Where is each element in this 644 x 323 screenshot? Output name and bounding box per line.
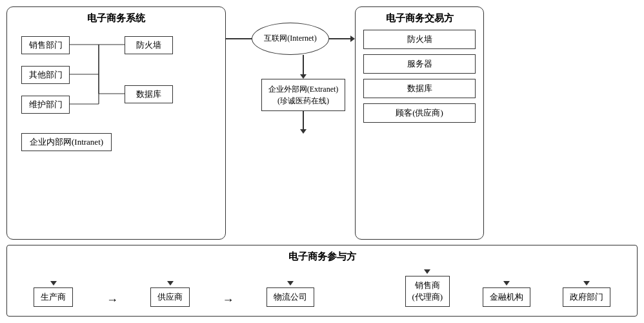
dept-maintain-box: 维护部门 <box>21 96 70 114</box>
arrow-h-1: → <box>223 287 234 307</box>
right-item-2: 数据库 <box>363 79 476 98</box>
top-zone: 电子商务系统 <box>6 6 638 240</box>
arrow-jinrong <box>503 281 510 286</box>
bottom-item-2: 物流公司 <box>267 287 314 307</box>
right-h-line <box>329 38 350 39</box>
firewall-label: 防火墙 <box>125 36 173 54</box>
bottom-item-jinrong-col: 金融机构 <box>483 281 530 307</box>
extranet-box: 企业外部网(Extranet) (珍诚医药在线) <box>261 79 346 111</box>
left-box: 电子商务系统 <box>6 6 226 240</box>
down-arrow <box>300 74 307 79</box>
database-box: 数据库 <box>125 85 173 103</box>
v-connector-2 <box>300 111 307 134</box>
bottom-item-zhengfu-col: 政府部门 <box>563 281 610 307</box>
extranet-container: 企业外部网(Extranet) (珍诚医药在线) <box>261 79 346 111</box>
bottom-item-gongyingshang-col: 供应商 <box>150 281 190 307</box>
arrow-right-1: → <box>223 293 234 307</box>
bottom-items: 生产商 → 供应商 → 物流公司 销售商 (代理商) <box>17 269 627 307</box>
left-h-line <box>226 38 252 39</box>
left-box-content: 销售部门 其他部门 维护部门 防火墙 数据库 <box>15 30 217 159</box>
v-connector <box>300 55 307 79</box>
arrow-shengchan <box>50 281 57 286</box>
down-arrow-2 <box>300 129 307 134</box>
arrow-xiaoshou <box>424 269 430 274</box>
bottom-title: 电子商务参与方 <box>17 251 627 263</box>
v-line-2 <box>303 111 304 129</box>
arrow-gongyingshang <box>167 281 174 286</box>
extranet-line2: (珍诚医药在线) <box>268 95 339 107</box>
firewall-box: 防火墙 <box>125 36 173 54</box>
main-container: 电子商务系统 <box>0 0 644 323</box>
bottom-item-0: 生产商 <box>34 287 73 307</box>
bottom-item-1: 供应商 <box>150 287 190 307</box>
bottom-section: 电子商务参与方 生产商 → 供应商 → 物流公司 <box>6 245 638 317</box>
bottom-item-3: 销售商 (代理商) <box>405 276 450 307</box>
right-box-title: 电子商务交易方 <box>363 12 476 25</box>
right-arrow-tip <box>350 36 355 42</box>
bottom-item-wuliu-col: 物流公司 <box>267 281 314 307</box>
right-item-1: 服务器 <box>363 54 476 74</box>
dept-sales-box: 销售部门 <box>21 36 70 54</box>
v-line-1 <box>303 55 304 74</box>
dept-maintain: 维护部门 <box>21 96 70 114</box>
bottom-item-shengchan-col: 生产商 <box>34 281 73 307</box>
internet-label: 互联网(Internet) <box>264 34 316 44</box>
right-h-connector <box>329 36 355 42</box>
dept-other: 其他部门 <box>21 66 70 84</box>
bottom-item-4: 金融机构 <box>483 287 530 307</box>
dept-sales: 销售部门 <box>21 36 70 54</box>
arrow-right-0: → <box>106 293 118 307</box>
bottom-item-xiaoshoushang-col: 销售商 (代理商) <box>405 269 450 307</box>
dept-other-box: 其他部门 <box>21 66 70 84</box>
arrow-zhengfu <box>583 281 590 286</box>
arrow-h-0: → <box>105 287 118 307</box>
arrow-wuliu <box>287 281 294 286</box>
left-box-title: 电子商务系统 <box>15 12 217 25</box>
right-item-3: 顾客(供应商) <box>363 103 476 123</box>
mid-area: 互联网(Internet) 企业外部网(Extranet) (珍诚医药在线) <box>226 6 355 240</box>
intranet-label: 企业内部网(Intranet) <box>21 133 112 151</box>
intranet-box: 企业内部网(Intranet) <box>21 127 112 151</box>
bottom-item-5: 政府部门 <box>563 287 610 307</box>
right-box-inner: 防火墙 服务器 数据库 顾客(供应商) <box>363 30 476 123</box>
internet-ellipse: 互联网(Internet) <box>252 23 329 55</box>
right-box: 电子商务交易方 防火墙 服务器 数据库 顾客(供应商) <box>355 6 484 240</box>
internet-row: 互联网(Internet) <box>226 23 355 55</box>
extranet-line1: 企业外部网(Extranet) <box>268 83 339 95</box>
right-item-0: 防火墙 <box>363 30 476 49</box>
database-label: 数据库 <box>125 85 173 103</box>
